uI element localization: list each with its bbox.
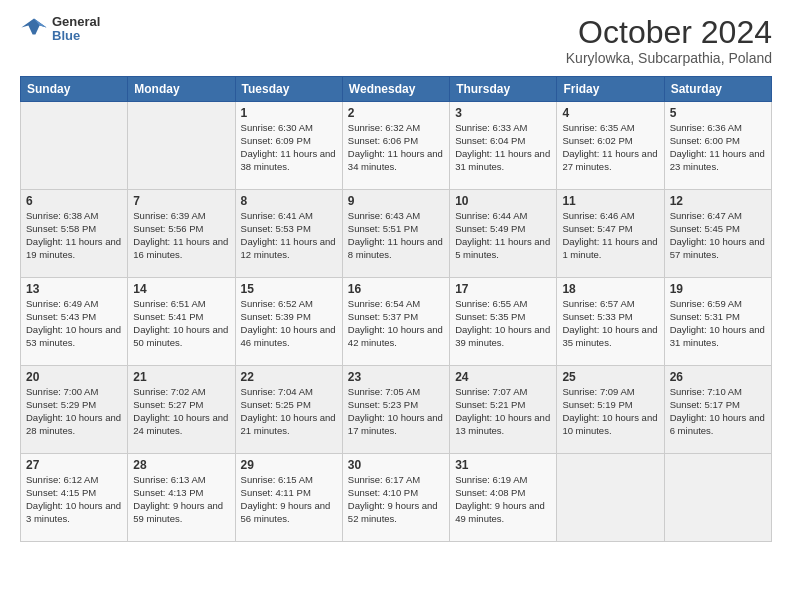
calendar-cell (664, 454, 771, 542)
calendar-body: 1Sunrise: 6:30 AMSunset: 6:09 PMDaylight… (21, 102, 772, 542)
calendar-cell: 4Sunrise: 6:35 AMSunset: 6:02 PMDaylight… (557, 102, 664, 190)
logo-text: General Blue (52, 15, 100, 44)
calendar-cell: 24Sunrise: 7:07 AMSunset: 5:21 PMDayligh… (450, 366, 557, 454)
day-number: 12 (670, 194, 766, 208)
day-number: 21 (133, 370, 229, 384)
calendar-cell: 15Sunrise: 6:52 AMSunset: 5:39 PMDayligh… (235, 278, 342, 366)
calendar-cell: 29Sunrise: 6:15 AMSunset: 4:11 PMDayligh… (235, 454, 342, 542)
day-info: Sunrise: 6:36 AMSunset: 6:00 PMDaylight:… (670, 122, 766, 173)
calendar-cell (557, 454, 664, 542)
calendar-cell: 7Sunrise: 6:39 AMSunset: 5:56 PMDaylight… (128, 190, 235, 278)
calendar-cell: 18Sunrise: 6:57 AMSunset: 5:33 PMDayligh… (557, 278, 664, 366)
day-number: 13 (26, 282, 122, 296)
day-number: 9 (348, 194, 444, 208)
calendar-cell: 27Sunrise: 6:12 AMSunset: 4:15 PMDayligh… (21, 454, 128, 542)
day-number: 26 (670, 370, 766, 384)
day-number: 30 (348, 458, 444, 472)
calendar-cell (128, 102, 235, 190)
calendar-cell: 12Sunrise: 6:47 AMSunset: 5:45 PMDayligh… (664, 190, 771, 278)
day-number: 31 (455, 458, 551, 472)
page-subtitle: Kurylowka, Subcarpathia, Poland (566, 50, 772, 66)
calendar-cell: 20Sunrise: 7:00 AMSunset: 5:29 PMDayligh… (21, 366, 128, 454)
weekday-header-tuesday: Tuesday (235, 77, 342, 102)
header: General Blue October 2024 Kurylowka, Sub… (20, 15, 772, 66)
calendar-week-row: 13Sunrise: 6:49 AMSunset: 5:43 PMDayligh… (21, 278, 772, 366)
day-number: 17 (455, 282, 551, 296)
calendar-cell: 23Sunrise: 7:05 AMSunset: 5:23 PMDayligh… (342, 366, 449, 454)
day-number: 11 (562, 194, 658, 208)
calendar-cell: 22Sunrise: 7:04 AMSunset: 5:25 PMDayligh… (235, 366, 342, 454)
calendar-table: SundayMondayTuesdayWednesdayThursdayFrid… (20, 76, 772, 542)
day-info: Sunrise: 6:44 AMSunset: 5:49 PMDaylight:… (455, 210, 551, 261)
day-info: Sunrise: 6:49 AMSunset: 5:43 PMDaylight:… (26, 298, 122, 349)
weekday-header-friday: Friday (557, 77, 664, 102)
day-number: 29 (241, 458, 337, 472)
day-info: Sunrise: 7:07 AMSunset: 5:21 PMDaylight:… (455, 386, 551, 437)
svg-marker-0 (21, 19, 46, 35)
day-number: 6 (26, 194, 122, 208)
day-info: Sunrise: 6:55 AMSunset: 5:35 PMDaylight:… (455, 298, 551, 349)
calendar-cell: 10Sunrise: 6:44 AMSunset: 5:49 PMDayligh… (450, 190, 557, 278)
logo: General Blue (20, 15, 100, 44)
calendar-cell: 13Sunrise: 6:49 AMSunset: 5:43 PMDayligh… (21, 278, 128, 366)
logo-blue: Blue (52, 29, 100, 43)
day-number: 23 (348, 370, 444, 384)
calendar-week-row: 1Sunrise: 6:30 AMSunset: 6:09 PMDaylight… (21, 102, 772, 190)
day-info: Sunrise: 6:52 AMSunset: 5:39 PMDaylight:… (241, 298, 337, 349)
day-number: 8 (241, 194, 337, 208)
calendar-week-row: 20Sunrise: 7:00 AMSunset: 5:29 PMDayligh… (21, 366, 772, 454)
calendar-cell: 19Sunrise: 6:59 AMSunset: 5:31 PMDayligh… (664, 278, 771, 366)
calendar-cell: 2Sunrise: 6:32 AMSunset: 6:06 PMDaylight… (342, 102, 449, 190)
page: General Blue October 2024 Kurylowka, Sub… (0, 0, 792, 612)
day-info: Sunrise: 6:30 AMSunset: 6:09 PMDaylight:… (241, 122, 337, 173)
calendar-cell: 8Sunrise: 6:41 AMSunset: 5:53 PMDaylight… (235, 190, 342, 278)
day-number: 2 (348, 106, 444, 120)
day-number: 27 (26, 458, 122, 472)
day-info: Sunrise: 7:04 AMSunset: 5:25 PMDaylight:… (241, 386, 337, 437)
logo-general: General (52, 15, 100, 29)
day-number: 18 (562, 282, 658, 296)
day-number: 15 (241, 282, 337, 296)
day-info: Sunrise: 6:59 AMSunset: 5:31 PMDaylight:… (670, 298, 766, 349)
title-block: October 2024 Kurylowka, Subcarpathia, Po… (566, 15, 772, 66)
calendar-cell (21, 102, 128, 190)
day-info: Sunrise: 6:47 AMSunset: 5:45 PMDaylight:… (670, 210, 766, 261)
day-info: Sunrise: 6:13 AMSunset: 4:13 PMDaylight:… (133, 474, 229, 525)
day-info: Sunrise: 6:43 AMSunset: 5:51 PMDaylight:… (348, 210, 444, 261)
day-info: Sunrise: 6:46 AMSunset: 5:47 PMDaylight:… (562, 210, 658, 261)
calendar-cell: 11Sunrise: 6:46 AMSunset: 5:47 PMDayligh… (557, 190, 664, 278)
calendar-cell: 14Sunrise: 6:51 AMSunset: 5:41 PMDayligh… (128, 278, 235, 366)
day-number: 3 (455, 106, 551, 120)
day-number: 19 (670, 282, 766, 296)
day-number: 25 (562, 370, 658, 384)
day-info: Sunrise: 7:09 AMSunset: 5:19 PMDaylight:… (562, 386, 658, 437)
calendar-week-row: 27Sunrise: 6:12 AMSunset: 4:15 PMDayligh… (21, 454, 772, 542)
day-info: Sunrise: 7:05 AMSunset: 5:23 PMDaylight:… (348, 386, 444, 437)
page-title: October 2024 (566, 15, 772, 50)
calendar-cell: 3Sunrise: 6:33 AMSunset: 6:04 PMDaylight… (450, 102, 557, 190)
day-info: Sunrise: 6:35 AMSunset: 6:02 PMDaylight:… (562, 122, 658, 173)
calendar-cell: 9Sunrise: 6:43 AMSunset: 5:51 PMDaylight… (342, 190, 449, 278)
day-info: Sunrise: 6:41 AMSunset: 5:53 PMDaylight:… (241, 210, 337, 261)
calendar-cell: 16Sunrise: 6:54 AMSunset: 5:37 PMDayligh… (342, 278, 449, 366)
day-number: 14 (133, 282, 229, 296)
weekday-header-sunday: Sunday (21, 77, 128, 102)
day-number: 5 (670, 106, 766, 120)
calendar-cell: 31Sunrise: 6:19 AMSunset: 4:08 PMDayligh… (450, 454, 557, 542)
day-number: 7 (133, 194, 229, 208)
day-info: Sunrise: 6:57 AMSunset: 5:33 PMDaylight:… (562, 298, 658, 349)
day-number: 4 (562, 106, 658, 120)
weekday-header-monday: Monday (128, 77, 235, 102)
calendar-cell: 25Sunrise: 7:09 AMSunset: 5:19 PMDayligh… (557, 366, 664, 454)
calendar-cell: 5Sunrise: 6:36 AMSunset: 6:00 PMDaylight… (664, 102, 771, 190)
weekday-header-wednesday: Wednesday (342, 77, 449, 102)
calendar-week-row: 6Sunrise: 6:38 AMSunset: 5:58 PMDaylight… (21, 190, 772, 278)
day-info: Sunrise: 6:12 AMSunset: 4:15 PMDaylight:… (26, 474, 122, 525)
day-info: Sunrise: 6:38 AMSunset: 5:58 PMDaylight:… (26, 210, 122, 261)
calendar-cell: 6Sunrise: 6:38 AMSunset: 5:58 PMDaylight… (21, 190, 128, 278)
day-number: 22 (241, 370, 337, 384)
calendar-cell: 26Sunrise: 7:10 AMSunset: 5:17 PMDayligh… (664, 366, 771, 454)
day-number: 28 (133, 458, 229, 472)
day-info: Sunrise: 6:33 AMSunset: 6:04 PMDaylight:… (455, 122, 551, 173)
calendar-header: SundayMondayTuesdayWednesdayThursdayFrid… (21, 77, 772, 102)
